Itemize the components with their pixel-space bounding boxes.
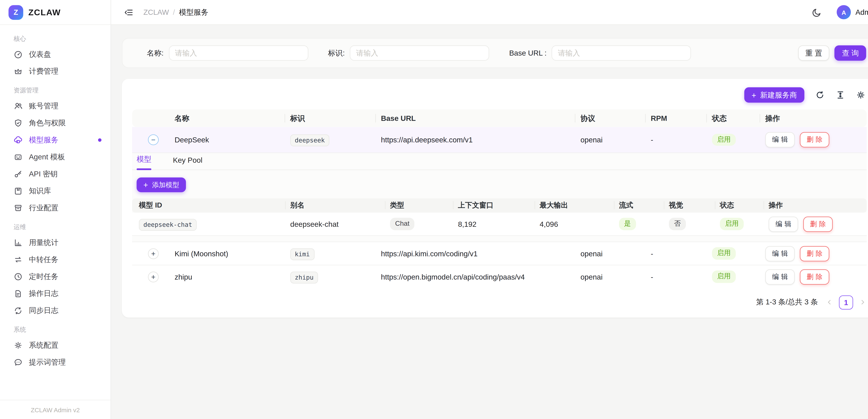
sidebar-section-ops: 运维 [0,216,111,234]
clock-icon [13,272,23,281]
active-dot [98,139,101,142]
sidebar-item-label: 中转任务 [29,255,59,265]
breadcrumb-separator: / [173,8,175,17]
sidebar-item-label: 模型服务 [29,135,59,145]
sidebar-item-label: 账号管理 [29,101,59,111]
edit-button[interactable]: 编辑 [765,132,795,147]
bar-chart-icon [13,238,23,247]
avatar: A [837,5,851,19]
sidebar-item-label: 定时任务 [29,272,59,282]
sidebar-item-model-services[interactable]: 模型服务 [0,131,111,149]
edit-button[interactable]: 编辑 [765,246,795,261]
refresh-icon[interactable] [815,90,825,100]
sidebar-footer: ZCLAW Admin v2 [0,400,111,419]
slug-filter-input[interactable] [350,45,489,61]
breadcrumb: ZCLAW / 模型服务 [144,7,208,18]
sidebar-item-roles[interactable]: 角色与权限 [0,115,111,131]
sidebar-item-usage-stats[interactable]: 用量统计 [0,234,111,251]
edit-button[interactable]: 编辑 [765,269,795,284]
col-model-actions: 操作 [769,199,867,213]
new-provider-button[interactable]: + 新建服务商 [744,87,804,102]
sidebar-item-label: 角色与权限 [29,118,66,128]
collapse-sidebar-icon[interactable] [124,7,134,18]
sidebar-item-knowledge-base[interactable]: 知识库 [0,182,111,200]
model-context-window: 8,192 [458,220,539,228]
provider-name: zhipu [175,272,290,281]
industry-icon [13,204,23,213]
sidebar-item-system-config[interactable]: 系统配置 [0,337,111,354]
sidebar-item-industry-config[interactable]: 行业配置 [0,200,111,216]
tab-key-pool[interactable]: Key Pool [173,156,203,170]
detail-tabs: 模型 Key Pool [132,153,867,170]
app: Z ZCLAW 核心 仪表盘 计费管理 资源管理 账号管理 角色与权限 [0,0,868,419]
sidebar-item-prompt-management[interactable]: 提示词管理 [0,354,111,371]
model-type-badge: Chat [390,218,415,230]
collapse-row-button[interactable]: − [148,134,159,145]
density-icon[interactable] [836,90,845,100]
user-name: Admin [856,8,868,17]
reset-button[interactable]: 重 置 [798,45,830,61]
search-button[interactable]: 查 询 [835,45,866,61]
expand-column-header [132,110,175,127]
shield-icon [13,118,23,127]
plus-icon: + [144,181,148,189]
provider-name: DeepSeek [175,136,290,144]
filter-base-url: Base URL : [509,45,691,61]
pagination: 第 1-3 条/总共 3 条 1 [132,294,867,311]
sidebar-item-agent-templates[interactable]: Agent 模板 [0,149,111,166]
content: 名称: 标识: Base URL : 重 置 查 询 [111,25,868,419]
col-alias: 别名 [290,199,390,213]
filter-slug: 标识: [328,45,489,61]
sidebar-item-dashboard[interactable]: 仪表盘 [0,46,111,63]
model-id-tag: deepseek-chat [139,219,197,231]
card-toolbar: + 新建服务商 [132,87,866,102]
col-vision: 视觉 [669,199,720,213]
sidebar-item-relay-tasks[interactable]: 中转任务 [0,251,111,268]
base-url-filter-label: Base URL : [509,49,547,57]
model-max-output: 4,096 [540,220,619,228]
vision-badge: 否 [669,218,686,230]
sidebar-item-label: 系统配置 [29,340,59,351]
sidebar-item-accounts[interactable]: 账号管理 [0,98,111,115]
col-actions: 操作 [765,110,867,127]
main-area: ZCLAW / 模型服务 A Admin 名称: 标识: [111,0,868,419]
user-menu[interactable]: A Admin [837,5,868,19]
expand-row-button[interactable]: + [148,248,159,259]
sidebar-item-scheduled-tasks[interactable]: 定时任务 [0,268,111,285]
add-model-button[interactable]: + 添加模型 [136,177,186,192]
provider-protocol: openai [581,272,651,281]
knowledge-icon [13,186,23,196]
expand-row-button[interactable]: + [148,271,159,282]
sidebar-item-operation-logs[interactable]: 操作日志 [0,285,111,302]
sidebar-item-label: 知识库 [29,186,51,196]
delete-button[interactable]: 删除 [800,269,829,284]
sidebar-item-billing[interactable]: 计费管理 [0,63,111,80]
delete-button[interactable]: 删除 [803,216,833,232]
column-settings-icon[interactable] [856,90,866,100]
edit-button[interactable]: 编辑 [769,216,798,232]
agent-icon [13,152,23,161]
prev-page-icon[interactable] [825,298,833,306]
provider-row-deepseek: − DeepSeek deepseek https://api.deepseek… [132,127,867,152]
delete-button[interactable]: 删除 [800,246,829,261]
logo-row[interactable]: Z ZCLAW [0,0,111,25]
provider-rpm: - [651,249,712,258]
page-1-button[interactable]: 1 [839,295,853,309]
sidebar-item-api-keys[interactable]: API 密钥 [0,166,111,182]
tab-models[interactable]: 模型 [136,154,151,170]
model-row-deepseek-chat: deepseek-chat deepseek-chat Chat 8,192 4… [132,213,867,236]
base-url-filter-input[interactable] [552,45,691,61]
col-model-status: 状态 [720,199,769,213]
breadcrumb-root[interactable]: ZCLAW [144,8,169,17]
users-icon [13,101,23,111]
name-filter-input[interactable] [169,45,308,61]
delete-button[interactable]: 删除 [800,132,829,147]
col-rpm: RPM [651,110,712,127]
topbar: ZCLAW / 模型服务 A Admin [111,0,868,25]
col-model-id: 模型 ID [132,199,290,213]
sidebar-item-label: Agent 模板 [29,152,65,162]
sidebar-item-sync-logs[interactable]: 同步日志 [0,302,111,319]
next-page-icon[interactable] [859,298,867,306]
dark-mode-toggle-icon[interactable] [812,7,822,18]
filter-card: 名称: 标识: Base URL : 重 置 查 询 [122,38,868,68]
